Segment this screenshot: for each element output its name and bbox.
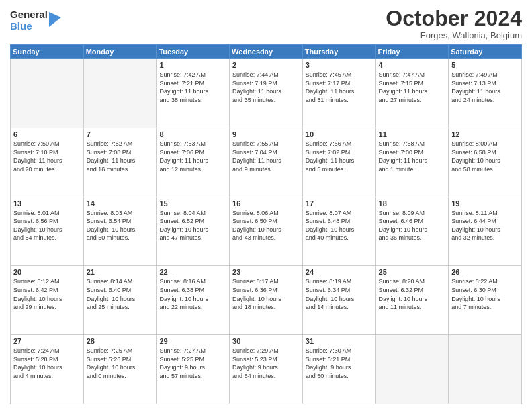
logo-general: General [10,9,48,21]
day-info: Sunrise: 7:45 AMSunset: 7:17 PMDaylight:… [306,71,373,104]
logo-icon [49,12,61,27]
day-info: Sunrise: 7:29 AMSunset: 5:23 PMDaylight:… [232,347,300,380]
day-number: 20 [13,268,81,276]
day-info: Sunrise: 7:42 AMSunset: 7:21 PMDaylight:… [159,71,226,104]
day-cell: 16Sunrise: 8:06 AMSunset: 6:50 PMDayligh… [230,197,303,266]
day-cell: 4Sunrise: 7:47 AMSunset: 7:15 PMDaylight… [375,59,449,128]
day-info: Sunrise: 8:09 AMSunset: 6:46 PMDaylight:… [379,209,446,242]
day-info: Sunrise: 7:44 AMSunset: 7:19 PMDaylight:… [232,71,300,104]
day-info: Sunrise: 7:47 AMSunset: 7:15 PMDaylight:… [379,71,446,104]
week-row-5: 27Sunrise: 7:24 AMSunset: 5:28 PMDayligh… [11,335,522,404]
day-cell: 25Sunrise: 8:20 AMSunset: 6:32 PMDayligh… [375,266,449,335]
day-number: 14 [87,199,154,208]
day-cell: 11Sunrise: 7:58 AMSunset: 7:00 PMDayligh… [375,128,449,197]
day-number: 8 [159,130,226,138]
day-cell: 2Sunrise: 7:44 AMSunset: 7:19 PMDaylight… [230,59,303,128]
day-cell: 21Sunrise: 8:14 AMSunset: 6:40 PMDayligh… [83,266,157,335]
weekday-header-row: SundayMondayTuesdayWednesdayThursdayFrid… [11,45,522,59]
title-area: October 2024 Forges, Wallonia, Belgium [386,7,522,40]
day-number: 31 [306,337,373,345]
day-number: 7 [87,130,154,138]
day-info: Sunrise: 7:53 AMSunset: 7:06 PMDaylight:… [159,140,226,173]
day-info: Sunrise: 8:16 AMSunset: 6:38 PMDaylight:… [159,277,226,311]
calendar-table: SundayMondayTuesdayWednesdayThursdayFrid… [10,44,522,404]
day-cell: 17Sunrise: 8:07 AMSunset: 6:48 PMDayligh… [302,197,375,266]
day-cell: 23Sunrise: 8:17 AMSunset: 6:36 PMDayligh… [230,266,303,335]
day-cell: 28Sunrise: 7:25 AMSunset: 5:26 PMDayligh… [83,335,157,404]
day-info: Sunrise: 7:52 AMSunset: 7:08 PMDaylight:… [87,140,154,173]
day-cell [83,59,157,128]
day-info: Sunrise: 7:27 AMSunset: 5:25 PMDaylight:… [159,347,226,380]
day-info: Sunrise: 8:22 AMSunset: 6:30 PMDaylight:… [451,277,519,311]
day-number: 30 [232,337,300,345]
day-number: 22 [159,268,226,276]
day-cell: 10Sunrise: 7:56 AMSunset: 7:02 PMDayligh… [302,128,375,197]
day-number: 25 [379,268,446,276]
day-info: Sunrise: 8:11 AMSunset: 6:44 PMDaylight:… [451,209,519,242]
day-number: 5 [451,61,519,69]
day-info: Sunrise: 8:20 AMSunset: 6:32 PMDaylight:… [379,277,446,311]
day-cell: 5Sunrise: 7:49 AMSunset: 7:13 PMDaylight… [449,59,522,128]
week-row-3: 13Sunrise: 8:01 AMSunset: 6:56 PMDayligh… [11,197,522,266]
weekday-header-sunday: Sunday [11,45,84,59]
day-info: Sunrise: 8:06 AMSunset: 6:50 PMDaylight:… [232,209,300,242]
day-number: 11 [379,130,446,138]
day-info: Sunrise: 7:24 AMSunset: 5:28 PMDaylight:… [13,347,81,380]
day-cell: 14Sunrise: 8:03 AMSunset: 6:54 PMDayligh… [83,197,157,266]
day-number: 2 [232,61,300,69]
week-row-2: 6Sunrise: 7:50 AMSunset: 7:10 PMDaylight… [11,128,522,197]
day-cell: 8Sunrise: 7:53 AMSunset: 7:06 PMDaylight… [157,128,230,197]
day-number: 12 [451,130,519,138]
day-number: 9 [232,130,300,138]
week-row-1: 1Sunrise: 7:42 AMSunset: 7:21 PMDaylight… [11,59,522,128]
logo-text: General Blue [10,9,48,32]
day-cell [449,335,522,404]
weekday-header-tuesday: Tuesday [157,45,230,59]
day-info: Sunrise: 8:03 AMSunset: 6:54 PMDaylight:… [87,209,154,242]
day-cell: 24Sunrise: 8:19 AMSunset: 6:34 PMDayligh… [302,266,375,335]
day-number: 28 [87,337,154,345]
day-info: Sunrise: 8:04 AMSunset: 6:52 PMDaylight:… [159,209,226,242]
day-info: Sunrise: 7:30 AMSunset: 5:21 PMDaylight:… [306,347,373,380]
weekday-header-wednesday: Wednesday [230,45,303,59]
day-info: Sunrise: 7:56 AMSunset: 7:02 PMDaylight:… [306,140,373,173]
page: General Blue October 2024 Forges, Wallon… [0,0,532,411]
day-number: 23 [232,268,300,276]
day-info: Sunrise: 8:07 AMSunset: 6:48 PMDaylight:… [306,209,373,242]
day-info: Sunrise: 7:50 AMSunset: 7:10 PMDaylight:… [13,140,81,173]
day-number: 24 [306,268,373,276]
logo: General Blue [10,9,61,32]
day-info: Sunrise: 8:19 AMSunset: 6:34 PMDaylight:… [306,277,373,311]
day-cell: 13Sunrise: 8:01 AMSunset: 6:56 PMDayligh… [11,197,84,266]
day-number: 19 [451,199,519,208]
day-number: 15 [159,199,226,208]
day-cell: 31Sunrise: 7:30 AMSunset: 5:21 PMDayligh… [302,335,375,404]
day-number: 3 [306,61,373,69]
day-number: 27 [13,337,81,345]
logo-blue: Blue [10,21,48,32]
location-subtitle: Forges, Wallonia, Belgium [386,30,522,40]
day-info: Sunrise: 7:25 AMSunset: 5:26 PMDaylight:… [87,347,154,380]
day-cell: 9Sunrise: 7:55 AMSunset: 7:04 PMDaylight… [230,128,303,197]
svg-marker-0 [49,12,61,27]
week-row-4: 20Sunrise: 8:12 AMSunset: 6:42 PMDayligh… [11,266,522,335]
weekday-header-thursday: Thursday [302,45,375,59]
day-cell: 19Sunrise: 8:11 AMSunset: 6:44 PMDayligh… [449,197,522,266]
day-number: 18 [379,199,446,208]
day-info: Sunrise: 8:12 AMSunset: 6:42 PMDaylight:… [13,277,81,311]
day-cell: 30Sunrise: 7:29 AMSunset: 5:23 PMDayligh… [230,335,303,404]
day-cell: 3Sunrise: 7:45 AMSunset: 7:17 PMDaylight… [302,59,375,128]
day-number: 21 [87,268,154,276]
day-cell: 18Sunrise: 8:09 AMSunset: 6:46 PMDayligh… [375,197,449,266]
day-cell: 15Sunrise: 8:04 AMSunset: 6:52 PMDayligh… [157,197,230,266]
day-number: 16 [232,199,300,208]
month-title: October 2024 [386,7,522,30]
day-info: Sunrise: 8:14 AMSunset: 6:40 PMDaylight:… [87,277,154,311]
day-cell: 26Sunrise: 8:22 AMSunset: 6:30 PMDayligh… [449,266,522,335]
day-number: 13 [13,199,81,208]
day-info: Sunrise: 8:17 AMSunset: 6:36 PMDaylight:… [232,277,300,311]
day-cell [375,335,449,404]
day-cell [11,59,84,128]
day-info: Sunrise: 7:49 AMSunset: 7:13 PMDaylight:… [451,71,519,104]
day-number: 1 [159,61,226,69]
